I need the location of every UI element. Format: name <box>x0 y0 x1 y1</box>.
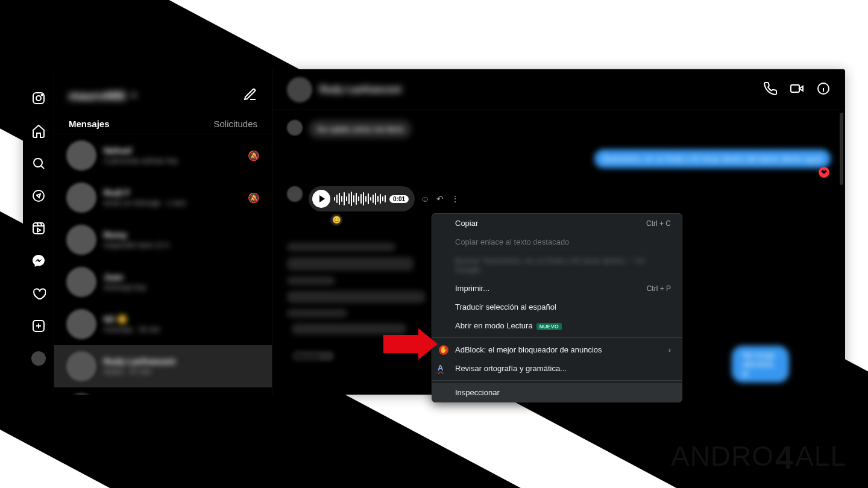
svg-point-1 <box>36 96 41 101</box>
ctx-copy-link: Copiar enlace al texto destacado <box>432 233 682 251</box>
spellcheck-icon: A <box>438 363 447 373</box>
notifications-icon[interactable] <box>31 286 46 301</box>
ctx-translate[interactable]: Traducir selección al español <box>432 298 682 316</box>
conversation-item[interactable]: BUCHER BASKET 🏀envió un mensaje <box>54 387 272 395</box>
sidebar-tabs: Mensajes Solicitudes <box>54 110 272 134</box>
tab-requests[interactable]: Solicitudes <box>213 119 257 129</box>
brand-watermark: ANDRO4ALL <box>671 437 846 475</box>
mute-icon: 🔕 <box>248 150 260 161</box>
svg-rect-7 <box>791 85 799 92</box>
svg-rect-5 <box>33 223 44 234</box>
video-call-icon[interactable] <box>790 81 804 98</box>
conversation-item[interactable]: JuanActivo(a) hoy <box>54 261 272 303</box>
ctx-search: Buscar "buenísimo, en un finde o fin toc… <box>432 251 682 279</box>
svg-point-4 <box>33 190 44 201</box>
svg-point-2 <box>41 95 42 96</box>
explore-icon[interactable] <box>31 189 46 203</box>
search-icon[interactable] <box>31 156 46 170</box>
ctx-copy[interactable]: CopiarCtrl + C <box>432 214 682 233</box>
profile-avatar-icon[interactable] <box>31 351 46 366</box>
conversation-list: Nahuel3 personas activas hoy🔕 Rudi Fenvi… <box>54 134 272 395</box>
adblock-icon: ✋ <box>439 345 448 355</box>
message-avatar <box>287 186 303 202</box>
heart-reaction-icon[interactable]: ❤ <box>819 167 829 178</box>
sidebar-header: mauro985 <box>54 69 272 110</box>
conversation-item[interactable]: Nahuel3 personas activas hoy🔕 <box>54 134 272 177</box>
home-icon[interactable] <box>31 124 46 138</box>
ctx-reader[interactable]: Abrir en modo LecturaNUEVO <box>432 316 682 335</box>
voice-duration: 0:01 <box>389 195 409 203</box>
account-switcher[interactable]: mauro985 <box>69 89 137 103</box>
more-icon[interactable]: ⋮ <box>451 194 459 204</box>
sidebar: mauro985 Mensajes Solicitudes Nahuel3 pe… <box>54 69 272 395</box>
contact-avatar[interactable] <box>287 77 312 102</box>
message-avatar <box>287 120 303 136</box>
message-outgoing: Buenísimo, en un finde o fin tocar dentr… <box>287 149 831 168</box>
ctx-spelling[interactable]: ARevisar ortografía y gramática... <box>432 359 682 378</box>
reels-icon[interactable] <box>31 221 46 236</box>
reply-icon[interactable]: ↶ <box>436 194 444 204</box>
waveform-icon <box>334 191 386 207</box>
conversation-item[interactable]: Nil 😊Activo(a) · 16 min <box>54 303 272 345</box>
scrollbar[interactable] <box>839 110 844 395</box>
info-icon[interactable] <box>816 81 831 98</box>
emoji-reaction[interactable]: 😊 <box>330 214 342 226</box>
nav-rail <box>23 69 54 395</box>
chat-header: Rudy Lanfranconi <box>272 69 845 110</box>
ctx-print[interactable]: Imprimir...Ctrl + P <box>432 279 682 298</box>
contact-name: Rudy Lanfranconi <box>319 84 401 95</box>
tab-messages[interactable]: Mensajes <box>69 119 110 129</box>
react-icon[interactable]: ☺ <box>421 194 429 204</box>
mute-icon: 🔕 <box>248 192 260 204</box>
message-incoming: No sabés cómo me llenó <box>287 120 831 139</box>
instagram-icon[interactable] <box>31 91 46 105</box>
conversation-item[interactable]: Rudi Fenvió un mensaje · 1 sem🔕 <box>54 177 272 219</box>
audio-call-icon[interactable] <box>763 81 778 98</box>
context-menu: CopiarCtrl + C Copiar enlace al texto de… <box>432 213 682 402</box>
conversation-item[interactable]: Rudy LanfranconiActivo · 37 min <box>54 345 272 387</box>
voice-message[interactable]: 0:01 <box>309 186 415 211</box>
create-icon[interactable] <box>31 319 46 333</box>
svg-point-3 <box>34 158 42 167</box>
annotation-arrow <box>383 335 420 353</box>
ctx-inspect[interactable]: Inspeccionar <box>432 383 682 402</box>
messenger-icon[interactable] <box>31 254 46 268</box>
message-outgoing: Me tengo alfombra je <box>732 346 827 383</box>
ctx-adblock[interactable]: ✋AdBlock: el mejor bloqueador de anuncio… <box>432 340 682 359</box>
compose-icon[interactable] <box>243 87 257 104</box>
play-button[interactable] <box>312 190 330 208</box>
conversation-item[interactable]: Romyrespondió hace 12 h <box>54 219 272 261</box>
